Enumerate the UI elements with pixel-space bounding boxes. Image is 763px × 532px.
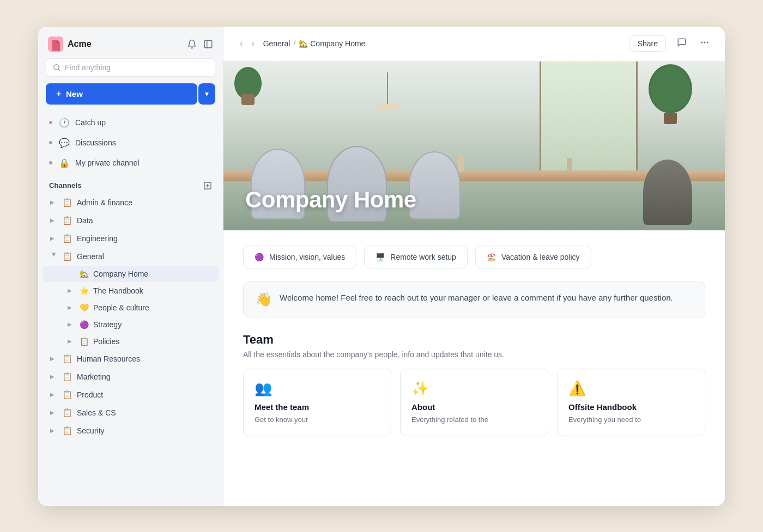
welcome-emoji: 👋 bbox=[256, 292, 272, 307]
channel-sales-cs[interactable]: ▶ 📋 Sales & CS bbox=[43, 404, 219, 421]
strategy-emoji: 🟣 bbox=[80, 320, 89, 329]
sidebar: Acme Find anything ＋ New ▾ 🕐 Catch up bbox=[38, 27, 223, 506]
quick-link-mission[interactable]: 🟣 Mission, vision, values bbox=[243, 246, 356, 268]
nav-item-private-channel[interactable]: 🔒 My private channel bbox=[43, 154, 219, 173]
company-home-emoji: 🏡 bbox=[80, 270, 89, 278]
sub-channel-company-home[interactable]: 🏡 Company Home bbox=[43, 266, 219, 282]
quick-link-vacation[interactable]: 🏖️ Vacation & leave policy bbox=[475, 246, 591, 268]
new-button-row: ＋ New ▾ bbox=[46, 83, 215, 105]
offsite-desc: Everything you need to bbox=[568, 415, 694, 425]
content-area: 🟣 Mission, vision, values 🖥️ Remote work… bbox=[223, 230, 725, 451]
team-section: Team All the essentials about the compan… bbox=[243, 333, 705, 436]
meet-team-desc: Get to know your bbox=[255, 415, 380, 425]
chevron-icon: ▶ bbox=[50, 356, 58, 362]
sub-channel-strategy[interactable]: ▶ 🟣 Strategy bbox=[43, 316, 219, 333]
channel-marketing[interactable]: ▶ 📋 Marketing bbox=[43, 368, 219, 386]
channel-engineering[interactable]: ▶ 📋 Engineering bbox=[43, 230, 219, 247]
team-section-desc: All the essentials about the company's p… bbox=[243, 350, 705, 359]
channel-doc-icon: 📋 bbox=[62, 234, 72, 243]
channel-human-resources[interactable]: ▶ 📋 Human Resources bbox=[43, 350, 219, 368]
about-desc: Everything related to the bbox=[411, 415, 537, 425]
more-button[interactable] bbox=[698, 35, 712, 52]
channel-data[interactable]: ▶ 📋 Data bbox=[43, 212, 219, 229]
chevron-icon: ▶ bbox=[50, 217, 58, 223]
topbar: ‹ › General / 🏡 Company Home Share bbox=[223, 27, 725, 62]
svg-point-4 bbox=[704, 42, 705, 43]
remote-emoji: 🖥️ bbox=[376, 253, 385, 261]
meet-team-emoji: 👥 bbox=[255, 380, 380, 397]
channels-section-header: Channels bbox=[38, 174, 223, 193]
brand-name: Acme bbox=[68, 39, 92, 49]
channel-admin-finance-label: Admin & finance bbox=[77, 198, 132, 207]
bell-icon[interactable] bbox=[187, 39, 197, 49]
mission-label: Mission, vision, values bbox=[269, 253, 345, 261]
channel-product-label: Product bbox=[77, 390, 103, 399]
strategy-label: Strategy bbox=[93, 320, 122, 329]
channel-admin-finance[interactable]: ▶ 📋 Admin & finance bbox=[43, 194, 219, 211]
channel-doc-icon: 📋 bbox=[62, 426, 72, 436]
more-icon bbox=[700, 38, 710, 47]
card-meet-team[interactable]: 👥 Meet the team Get to know your bbox=[243, 369, 391, 436]
sub-channel-people-culture[interactable]: ▶ 💛 People & culture bbox=[43, 299, 219, 316]
search-bar[interactable]: Find anything bbox=[46, 58, 215, 77]
chair-3 bbox=[409, 151, 461, 219]
new-button-dropdown[interactable]: ▾ bbox=[198, 83, 215, 105]
comment-button[interactable] bbox=[675, 35, 689, 52]
forward-button[interactable]: › bbox=[248, 36, 257, 51]
card-offsite[interactable]: ⚠️ Offsite Handbook Everything you need … bbox=[557, 369, 705, 436]
svg-point-5 bbox=[707, 42, 708, 43]
chevron-icon: ▶ bbox=[50, 409, 58, 415]
chevron-icon: ▶ bbox=[50, 235, 58, 241]
share-button[interactable]: Share bbox=[629, 35, 666, 52]
handbook-emoji: ⭐ bbox=[80, 286, 89, 295]
channel-data-label: Data bbox=[77, 216, 93, 225]
breadcrumb-current[interactable]: 🏡 Company Home bbox=[299, 39, 365, 48]
comment-icon bbox=[677, 38, 687, 47]
channel-doc-icon: 📋 bbox=[62, 372, 72, 382]
topbar-right: Share bbox=[629, 35, 712, 52]
card-about[interactable]: ✨ About Everything related to the bbox=[400, 369, 548, 436]
page-body: Company Home 🟣 Mission, vision, values 🖥… bbox=[223, 62, 725, 506]
chair-4 bbox=[643, 160, 692, 225]
offsite-title: Offsite Handbook bbox=[568, 402, 694, 412]
svg-rect-1 bbox=[204, 40, 212, 48]
chevron-icon: ▶ bbox=[68, 338, 75, 344]
channel-security[interactable]: ▶ 📋 Security bbox=[43, 422, 219, 439]
vacation-emoji: 🏖️ bbox=[487, 253, 496, 261]
channels-label: Channels bbox=[49, 181, 82, 189]
sub-channel-policies[interactable]: ▶ 📋 Policies bbox=[43, 333, 219, 350]
breadcrumb-parent[interactable]: General bbox=[263, 39, 290, 48]
private-channel-label: My private channel bbox=[75, 158, 140, 167]
sidebar-toggle-icon[interactable] bbox=[203, 39, 213, 49]
breadcrumb: General / 🏡 Company Home bbox=[263, 39, 366, 48]
plant-left bbox=[234, 67, 262, 105]
policies-emoji: 📋 bbox=[80, 337, 89, 346]
new-button[interactable]: ＋ New bbox=[46, 83, 197, 105]
hero-title: Company Home bbox=[245, 187, 416, 213]
sub-channel-the-handbook[interactable]: ▶ ⭐ The Handbook bbox=[43, 283, 219, 299]
welcome-box: 👋 Welcome home! Feel free to reach out t… bbox=[243, 282, 705, 317]
channel-product[interactable]: ▶ 📋 Product bbox=[43, 386, 219, 403]
meet-team-title: Meet the team bbox=[255, 402, 380, 412]
nav-item-catch-up[interactable]: 🕐 Catch up bbox=[43, 113, 219, 132]
dot-icon bbox=[49, 141, 52, 144]
chevron-icon: ▶ bbox=[50, 427, 58, 433]
search-icon bbox=[53, 64, 60, 71]
people-culture-emoji: 💛 bbox=[80, 303, 89, 312]
back-button[interactable]: ‹ bbox=[237, 36, 246, 51]
channel-general[interactable]: ▶ 📋 General bbox=[43, 248, 219, 265]
people-culture-label: People & culture bbox=[93, 303, 149, 312]
vase-2 bbox=[567, 158, 572, 172]
light-cord bbox=[387, 72, 388, 105]
channel-doc-icon: 📋 bbox=[62, 354, 72, 364]
discussions-label: Discussions bbox=[75, 138, 116, 147]
topbar-nav: ‹ › bbox=[237, 36, 258, 51]
catch-up-icon: 🕐 bbox=[59, 118, 70, 128]
add-channel-icon[interactable] bbox=[203, 181, 212, 190]
channel-security-label: Security bbox=[77, 426, 105, 435]
plant-leaves-right bbox=[649, 64, 692, 113]
channel-hr-label: Human Resources bbox=[77, 354, 140, 363]
about-title: About bbox=[411, 402, 537, 412]
quick-link-remote[interactable]: 🖥️ Remote work setup bbox=[364, 246, 468, 268]
nav-item-discussions[interactable]: 💬 Discussions bbox=[43, 133, 219, 152]
